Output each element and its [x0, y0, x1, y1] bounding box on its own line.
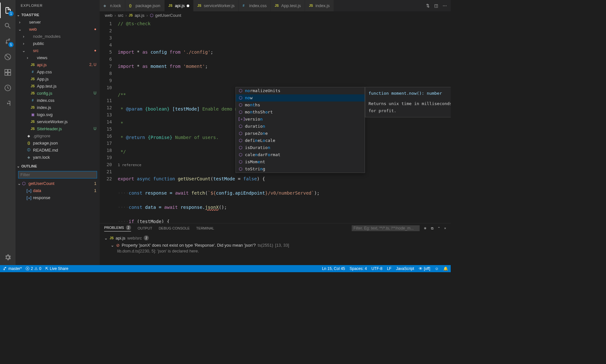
- breadcrumbs[interactable]: web› src› JS api.js› ⬡ getUserCount: [100, 11, 451, 19]
- more-icon[interactable]: ⋯: [443, 3, 447, 8]
- settings-icon[interactable]: [0, 250, 16, 265]
- code-editor[interactable]: 12345678910 111213141516171819202122 // …: [100, 19, 451, 223]
- editor-tab[interactable]: #index.css: [239, 0, 271, 11]
- tab-terminal[interactable]: TERMINAL: [196, 226, 214, 230]
- project-header[interactable]: ⌄ TOAST'RE: [16, 11, 100, 18]
- editor-tab[interactable]: JSApp.test.js: [271, 0, 305, 11]
- close-icon[interactable]: ×: [444, 226, 446, 230]
- chevron-down-icon: ⌄: [17, 13, 21, 17]
- tree-item[interactable]: ⓘREADME.md: [16, 146, 100, 154]
- chevron-down-icon: ⌄: [111, 243, 114, 248]
- suggest-item[interactable]: ⬡isMoment: [236, 158, 365, 166]
- tree-item[interactable]: ›server: [16, 18, 100, 26]
- suggest-item[interactable]: ⬡defineLocale: [236, 137, 365, 144]
- files-badge: 1: [8, 11, 14, 16]
- file-tree: ›server⌄web●›node_modules›public⌄src●›vi…: [16, 18, 100, 161]
- tree-item[interactable]: ◆.gitignore: [16, 132, 100, 139]
- live-share[interactable]: ⇱Live Share: [45, 266, 68, 271]
- suggest-item[interactable]: ⬡parseZone: [236, 130, 365, 137]
- collapse-icon[interactable]: ⧉: [431, 226, 434, 230]
- tree-item[interactable]: JSconfig.jsU: [16, 90, 100, 97]
- editor-area: ◆n.lock{}package.jsonJSapi.jsJSserviceWo…: [100, 0, 451, 265]
- git-branch[interactable]: master*: [3, 266, 22, 271]
- tree-item[interactable]: JSserviceWorker.js: [16, 118, 100, 125]
- tree-item[interactable]: JSindex.js: [16, 104, 100, 111]
- tree-item[interactable]: ▣logo.svg: [16, 111, 100, 118]
- sidebar: EXPLORER ⌄ TOAST'RE ›server⌄web●›node_mo…: [16, 0, 100, 265]
- line-gutter: 12345678910 111213141516171819202122: [100, 19, 118, 223]
- scm-badge: 5: [8, 42, 14, 47]
- encoding[interactable]: UTF-8: [371, 266, 382, 271]
- outline-filter-input[interactable]: [18, 171, 97, 178]
- tab-problems[interactable]: PROBLEMS 2: [104, 225, 131, 231]
- tree-item[interactable]: ›public: [16, 40, 100, 47]
- panel-tabs: PROBLEMS 2 OUTPUT DEBUG CONSOLE TERMINAL…: [100, 223, 451, 233]
- editor-tab[interactable]: JSindex.js: [305, 0, 334, 11]
- suggest-item[interactable]: ⬡normalizeUnits: [236, 87, 365, 94]
- share-icon[interactable]: [0, 96, 16, 111]
- chevron-down-icon: ⌄: [104, 236, 108, 241]
- status-bar: master* ⓧ2 ⚠0 ⇱Live Share Ln 15, Col 45 …: [0, 265, 451, 272]
- tab-debug-console[interactable]: DEBUG CONSOLE: [159, 226, 190, 230]
- tree-item[interactable]: ◆yarn.lock: [16, 154, 100, 161]
- suggest-item[interactable]: ⬡toString: [236, 166, 365, 173]
- search-icon[interactable]: [0, 18, 16, 34]
- problem-related[interactable]: lib.dom.d.ts[2230, 5]: 'json' is declare…: [104, 249, 446, 255]
- smiley-icon[interactable]: ☺: [435, 266, 439, 271]
- suggest-item[interactable]: ⬡monthsShort: [236, 109, 365, 116]
- tab-output[interactable]: OUTPUT: [138, 226, 152, 230]
- editor-tab[interactable]: JSapi.js: [165, 0, 193, 11]
- editor-tab[interactable]: JSserviceWorker.js: [193, 0, 239, 11]
- chevron-down-icon: ⌄: [17, 164, 21, 168]
- status-errors[interactable]: ⓧ2 ⚠0: [26, 266, 41, 272]
- problem-file-row[interactable]: ⌄ JS api.js web/src 2: [104, 234, 446, 241]
- error-icon: ⊘: [116, 243, 120, 248]
- outline-item[interactable]: [∘]data1: [16, 187, 100, 194]
- eol[interactable]: LF: [387, 266, 391, 271]
- suggest-item[interactable]: [∘]version: [236, 116, 365, 123]
- outline-tree: ⌄⬡getUserCount1[∘]data1[∘]response: [16, 180, 100, 201]
- outline-item[interactable]: ⌄⬡getUserCount1: [16, 180, 100, 187]
- tree-item[interactable]: JSApp.test.js: [16, 82, 100, 90]
- feedback[interactable]: 👁 [off]: [419, 266, 430, 271]
- debug-icon[interactable]: [0, 49, 16, 65]
- suggest-item[interactable]: ⬡months: [236, 102, 365, 109]
- outline-item[interactable]: [∘]response: [16, 194, 100, 201]
- tree-item[interactable]: ⌄web●: [16, 26, 100, 33]
- bell-icon[interactable]: 🔔: [443, 266, 448, 271]
- tree-item[interactable]: JSApp.js: [16, 75, 100, 82]
- language-mode[interactable]: JavaScript: [396, 266, 414, 271]
- extensions-icon[interactable]: [0, 65, 16, 80]
- history-icon[interactable]: [0, 80, 16, 96]
- problem-row[interactable]: ⌄ ⊘ Property 'jsonX' does not exist on t…: [104, 241, 446, 249]
- editor-tab[interactable]: ◆n.lock: [100, 0, 125, 11]
- indentation[interactable]: Spaces: 4: [350, 266, 367, 271]
- scm-icon[interactable]: 5: [0, 34, 16, 49]
- tree-item[interactable]: #App.css: [16, 68, 100, 75]
- split-icon[interactable]: ◫: [434, 3, 438, 8]
- chevron-up-icon[interactable]: ⌃: [437, 226, 440, 230]
- suggest-item[interactable]: ⬡duration: [236, 123, 365, 130]
- tree-item[interactable]: {}package.json: [16, 139, 100, 146]
- tree-item[interactable]: #index.css: [16, 97, 100, 104]
- suggest-item[interactable]: ⬡isDuration: [236, 144, 365, 151]
- tree-item[interactable]: JSapi.js2, U: [16, 61, 100, 68]
- share-icon: ⇱: [45, 266, 49, 271]
- tree-item[interactable]: ›views: [16, 54, 100, 61]
- panel-filter-input[interactable]: [352, 225, 420, 231]
- compare-icon[interactable]: ⇅: [426, 3, 430, 8]
- tree-item[interactable]: JSSiteHeader.jsU: [16, 125, 100, 132]
- tree-item[interactable]: ›node_modules: [16, 33, 100, 40]
- editor-tabs: ◆n.lock{}package.jsonJSapi.jsJSserviceWo…: [100, 0, 451, 11]
- suggest-widget[interactable]: ⬡normalizeUnits⬡now⬡months⬡monthsShort[∘…: [236, 87, 365, 173]
- editor-tab[interactable]: {}package.json: [125, 0, 165, 11]
- filter-settings-icon[interactable]: ⛯: [424, 226, 427, 230]
- suggest-item[interactable]: ⬡calendarFormat: [236, 151, 365, 158]
- explorer-icon[interactable]: 1: [0, 3, 16, 18]
- outline-header[interactable]: ⌄ OUTLINE: [16, 163, 100, 170]
- suggest-details: × function moment.now(): number Returns …: [365, 87, 451, 117]
- cursor-position[interactable]: Ln 15, Col 45: [322, 266, 345, 271]
- suggest-item[interactable]: ⬡now: [236, 94, 365, 102]
- tree-item[interactable]: ⌄src●: [16, 47, 100, 54]
- panel-body: ⌄ JS api.js web/src 2 ⌄ ⊘ Property 'json…: [100, 233, 451, 265]
